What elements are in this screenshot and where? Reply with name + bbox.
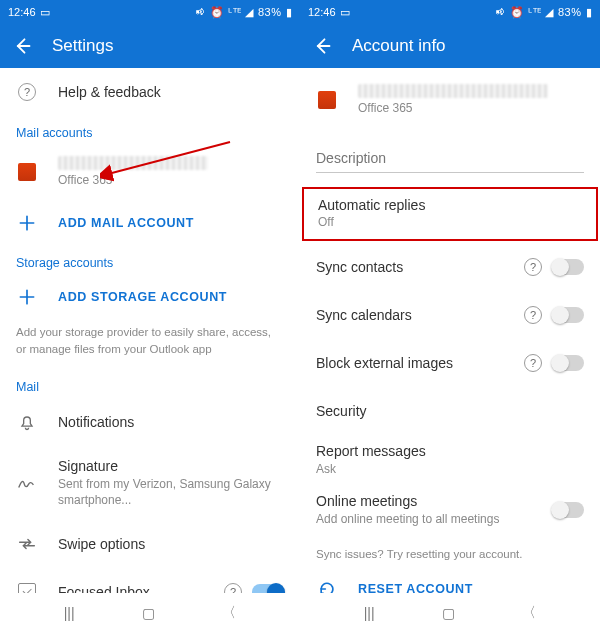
- status-bar: 12:46 ▭ 🕫 ⏰ ᴸᵀᴱ ◢ 83% ▮: [300, 0, 600, 24]
- help-icon[interactable]: ?: [524, 306, 542, 324]
- header-bar: Settings: [0, 24, 300, 68]
- account-email-blurred: [358, 84, 548, 98]
- notifications-row[interactable]: Notifications: [0, 398, 300, 446]
- back-icon[interactable]: [312, 36, 332, 56]
- battery-icon: ▮: [286, 6, 293, 19]
- battery-text: 83%: [558, 6, 582, 18]
- screen-settings: 12:46 ▭ 🕫 ⏰ ᴸᵀᴱ ◢ 83% ▮ Settings ? Help …: [0, 0, 300, 633]
- header-bar: Account info: [300, 24, 600, 68]
- report-messages-row[interactable]: Report messages Ask: [300, 435, 600, 485]
- security-row[interactable]: Security: [300, 387, 600, 435]
- sync-contacts-row[interactable]: Sync contacts ?: [300, 243, 600, 291]
- section-storage-accounts: Storage accounts: [0, 246, 300, 274]
- screen-account-info: 12:46 ▭ 🕫 ⏰ ᴸᵀᴱ ◢ 83% ▮ Account info Off…: [300, 0, 600, 633]
- status-icons: 🕫 ⏰ ᴸᵀᴱ ◢: [495, 6, 554, 19]
- storage-helper-text: Add your storage provider to easily shar…: [0, 320, 300, 369]
- plus-icon: [16, 212, 38, 234]
- help-icon[interactable]: ?: [224, 583, 242, 593]
- online-meetings-row[interactable]: Online meetings Add online meeting to al…: [300, 485, 600, 535]
- focused-inbox-toggle[interactable]: [252, 584, 284, 593]
- page-title: Account info: [352, 36, 446, 56]
- section-mail-accounts: Mail accounts: [0, 116, 300, 144]
- section-mail: Mail: [0, 370, 300, 398]
- help-icon[interactable]: ?: [524, 258, 542, 276]
- nav-home-icon[interactable]: ▢: [142, 605, 155, 621]
- nav-bar: ||| ▢ 〈: [0, 593, 300, 633]
- clock: 12:46: [8, 6, 36, 18]
- add-mail-account-button[interactable]: ADD MAIL ACCOUNT: [0, 200, 300, 246]
- signature-icon: [16, 472, 38, 494]
- account-row-office365[interactable]: Office 365: [0, 144, 300, 200]
- nav-home-icon[interactable]: ▢: [442, 605, 455, 621]
- add-storage-account-button[interactable]: ADD STORAGE ACCOUNT: [0, 274, 300, 320]
- swipe-icon: [16, 533, 38, 555]
- screenshot-indicator-icon: ▭: [340, 6, 350, 19]
- help-icon[interactable]: ?: [524, 354, 542, 372]
- screenshot-indicator-icon: ▭: [40, 6, 50, 19]
- nav-back-icon[interactable]: 〈: [222, 604, 236, 622]
- bell-icon: [16, 411, 38, 433]
- block-images-toggle[interactable]: [552, 355, 584, 371]
- help-feedback-row[interactable]: ? Help & feedback: [0, 68, 300, 116]
- signature-row[interactable]: Signature Sent from my Verizon, Samsung …: [0, 446, 300, 520]
- checkbox-icon: [16, 581, 38, 593]
- clock: 12:46: [308, 6, 336, 18]
- battery-text: 83%: [258, 6, 282, 18]
- account-email-blurred: [58, 156, 208, 170]
- account-info-list: Office 365 Automatic replies Off Sync co…: [300, 68, 600, 593]
- status-bar: 12:46 ▭ 🕫 ⏰ ᴸᵀᴱ ◢ 83% ▮: [0, 0, 300, 24]
- nav-recents-icon[interactable]: |||: [64, 605, 75, 621]
- back-icon[interactable]: [12, 36, 32, 56]
- nav-bar: ||| ▢ 〈: [300, 593, 600, 633]
- page-title: Settings: [52, 36, 113, 56]
- office-icon: [18, 163, 36, 181]
- account-header: Office 365: [300, 68, 600, 128]
- battery-icon: ▮: [586, 6, 593, 19]
- settings-list: ? Help & feedback Mail accounts Office 3…: [0, 68, 300, 593]
- sync-calendars-toggle[interactable]: [552, 307, 584, 323]
- sync-issues-text: Sync issues? Try resetting your account.: [300, 536, 600, 575]
- focused-inbox-row[interactable]: Focused Inbox ?: [0, 568, 300, 593]
- office-icon: [318, 91, 336, 109]
- status-icons: 🕫 ⏰ ᴸᵀᴱ ◢: [195, 6, 254, 19]
- sync-contacts-toggle[interactable]: [552, 259, 584, 275]
- online-meetings-toggle[interactable]: [552, 502, 584, 518]
- swipe-options-row[interactable]: Swipe options: [0, 520, 300, 568]
- nav-back-icon[interactable]: 〈: [522, 604, 536, 622]
- reset-icon: [316, 578, 338, 593]
- sync-calendars-row[interactable]: Sync calendars ?: [300, 291, 600, 339]
- plus-icon: [16, 286, 38, 308]
- block-external-images-row[interactable]: Block external images ?: [300, 339, 600, 387]
- automatic-replies-row[interactable]: Automatic replies Off: [302, 187, 598, 241]
- reset-account-button[interactable]: RESET ACCOUNT: [300, 574, 600, 593]
- description-input[interactable]: [316, 146, 584, 173]
- nav-recents-icon[interactable]: |||: [364, 605, 375, 621]
- help-icon: ?: [18, 83, 36, 101]
